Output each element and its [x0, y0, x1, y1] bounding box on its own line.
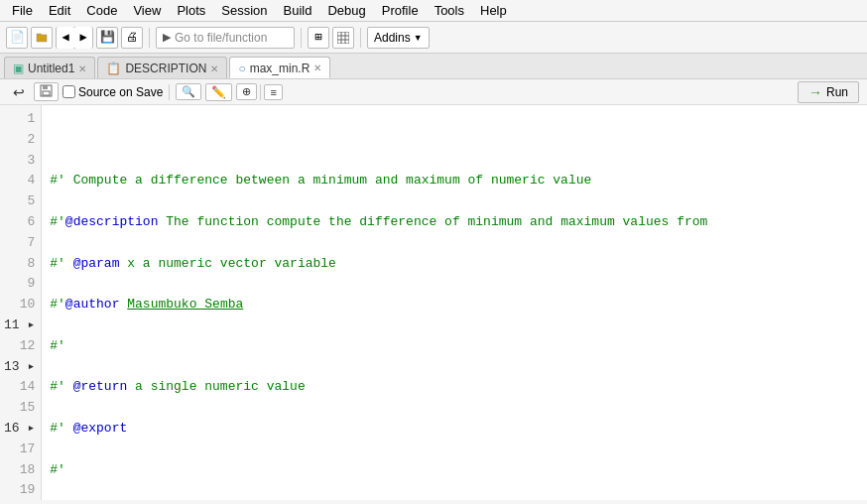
- tab-description-label: DESCRIPTION: [125, 62, 206, 75]
- line-num-12: 12: [4, 336, 35, 357]
- menu-code[interactable]: Code: [78, 1, 125, 20]
- forward-button[interactable]: ▶: [74, 27, 92, 49]
- new-file-button[interactable]: 📄: [6, 27, 28, 49]
- tab-max-min-close[interactable]: ✕: [313, 63, 321, 73]
- code-line-7: #' @return a single numeric value: [50, 377, 859, 398]
- menu-profile[interactable]: Profile: [374, 1, 427, 20]
- code-line-1: [50, 130, 859, 151]
- code-line-6: #': [50, 336, 859, 357]
- editor-controls: ⊕ ≡: [236, 83, 282, 100]
- svg-rect-7: [43, 91, 50, 95]
- code-line-9: #': [50, 460, 859, 481]
- line-num-9: 9: [4, 274, 35, 295]
- line-num-7: 7: [4, 233, 35, 254]
- toolbar: 📄 ◀ ▶ 💾 🖨 ▶ Go to file/function ⊞ Addins…: [0, 22, 867, 54]
- tab-bar: ▣ Untitled1 ✕ 📋 DESCRIPTION ✕ ○ max_min.…: [0, 54, 867, 79]
- menu-plots[interactable]: Plots: [169, 1, 213, 20]
- print-button[interactable]: 🖨: [121, 27, 143, 49]
- addins-chevron-icon: ▼: [414, 33, 423, 43]
- menu-file[interactable]: File: [4, 1, 41, 20]
- source-on-save-text: Source on Save: [78, 85, 163, 99]
- line-num-14: 14: [4, 377, 35, 398]
- menu-help[interactable]: Help: [472, 1, 515, 20]
- run-button[interactable]: → Run: [798, 81, 859, 103]
- run-arrow-icon: →: [808, 84, 822, 100]
- line-num-8: 8: [4, 254, 35, 275]
- open-button[interactable]: [31, 27, 53, 49]
- source-on-save-label[interactable]: Source on Save: [62, 85, 163, 99]
- options-button[interactable]: ≡: [264, 84, 282, 100]
- editor-sep-1: [169, 84, 170, 100]
- line-num-18: 18: [4, 460, 35, 481]
- tab-description[interactable]: 📋 DESCRIPTION ✕: [97, 57, 227, 78]
- code-line-2: #' Compute a difference between a minimu…: [50, 171, 859, 191]
- undo-button[interactable]: ↩: [8, 83, 30, 101]
- tab-untitled1-close[interactable]: ✕: [78, 63, 86, 74]
- tab-untitled1-label: Untitled1: [28, 62, 74, 75]
- line-num-15: 15: [4, 398, 35, 419]
- tab-max-min-r[interactable]: ○ max_min.R ✕: [229, 57, 330, 78]
- line-numbers: 1 2 3 4 5 6 7 8 9 10 11 ▸ 12 13 ▸ 14 15 …: [0, 105, 42, 500]
- line-num-5: 5: [4, 191, 35, 212]
- goto-arrow-icon: ▶: [163, 31, 171, 44]
- addins-label: Addins: [374, 31, 411, 45]
- table-button[interactable]: [332, 27, 354, 49]
- menu-debug[interactable]: Debug: [319, 1, 373, 20]
- goto-file-input[interactable]: ▶ Go to file/function: [156, 27, 295, 49]
- editor-toolbar: ↩ Source on Save 🔍 ✏️ ⊕ ≡ → Run: [0, 79, 867, 105]
- code-content[interactable]: #' Compute a difference between a minimu…: [42, 105, 867, 500]
- save-button[interactable]: 💾: [96, 27, 118, 49]
- addins-button[interactable]: Addins ▼: [367, 27, 430, 49]
- tab-untitled1-icon: ▣: [13, 62, 24, 75]
- menu-edit[interactable]: Edit: [41, 1, 78, 20]
- zoom-button[interactable]: ⊕: [236, 83, 257, 100]
- tab-max-min-label: max_min.R: [250, 62, 310, 75]
- tab-description-icon: 📋: [106, 62, 121, 75]
- line-num-17: 17: [4, 440, 35, 460]
- line-num-13: 13 ▸: [4, 357, 35, 378]
- menu-tools[interactable]: Tools: [427, 1, 472, 20]
- code-line-3: #'@description The function compute the …: [50, 212, 859, 233]
- search-button[interactable]: 🔍: [176, 83, 201, 100]
- line-num-10: 10: [4, 295, 35, 315]
- code-editor[interactable]: 1 2 3 4 5 6 7 8 9 10 11 ▸ 12 13 ▸ 14 15 …: [0, 105, 867, 500]
- line-num-1: 1: [4, 109, 35, 130]
- spell-button[interactable]: ✏️: [205, 83, 232, 101]
- svg-rect-6: [43, 85, 48, 89]
- line-num-4: 4: [4, 171, 35, 191]
- line-num-3: 3: [4, 151, 35, 172]
- code-line-4: #' @param x a numeric vector variable: [50, 254, 859, 275]
- menu-bar: File Edit Code View Plots Session Build …: [0, 0, 867, 22]
- tab-max-min-icon: ○: [238, 62, 245, 75]
- back-button[interactable]: ◀: [57, 27, 74, 49]
- toolbar-separator-2: [301, 28, 302, 48]
- goto-placeholder-text: Go to file/function: [175, 31, 267, 45]
- toolbar-separator-3: [360, 28, 361, 48]
- svg-rect-0: [337, 32, 349, 44]
- grid-button[interactable]: ⊞: [308, 27, 329, 49]
- toolbar-separator-1: [149, 28, 150, 48]
- code-line-8: #' @export: [50, 419, 859, 440]
- tab-untitled1[interactable]: ▣ Untitled1 ✕: [4, 57, 95, 78]
- line-num-19: 19: [4, 480, 35, 500]
- code-line-5: #'@author Masumbuko Semba: [50, 295, 859, 315]
- menu-view[interactable]: View: [125, 1, 169, 20]
- save-file-button[interactable]: [34, 82, 59, 101]
- line-num-6: 6: [4, 212, 35, 233]
- line-num-16: 16 ▸: [4, 419, 35, 440]
- editor-sep-2: [260, 84, 261, 100]
- source-on-save-checkbox[interactable]: [62, 85, 75, 98]
- line-num-11: 11 ▸: [4, 315, 35, 336]
- menu-session[interactable]: Session: [213, 1, 275, 20]
- line-num-2: 2: [4, 130, 35, 151]
- menu-build[interactable]: Build: [276, 1, 320, 20]
- tab-description-close[interactable]: ✕: [210, 63, 218, 74]
- run-label: Run: [826, 85, 848, 99]
